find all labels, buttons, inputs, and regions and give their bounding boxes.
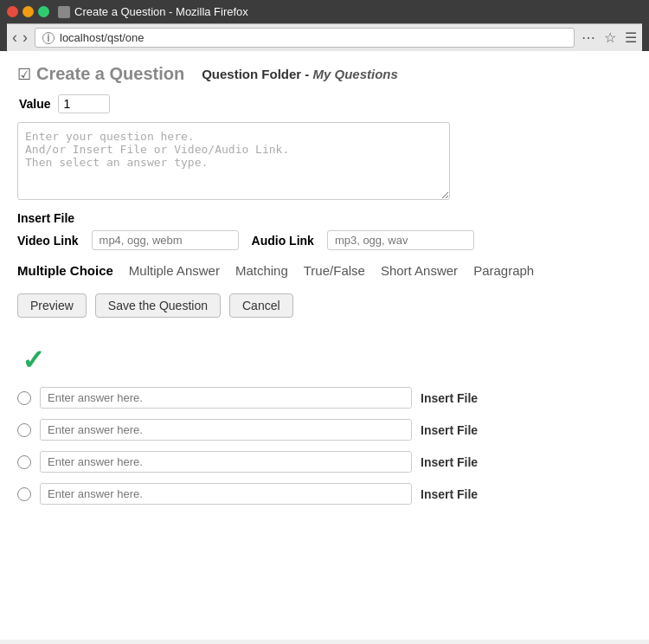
answer-insert-file[interactable]: Insert File [421, 455, 478, 469]
answer-type-multiple-answer[interactable]: Multiple Answer [129, 263, 220, 278]
browser-titlebar: Create a Question - Mozilla Firefox [7, 5, 642, 18]
answer-insert-file[interactable]: Insert File [421, 423, 478, 437]
folder-name: My Questions [313, 67, 398, 81]
page-title-area: ☑ Create a Question [17, 64, 184, 84]
bookmark-icon[interactable]: ☆ [604, 29, 616, 46]
answer-row: Insert File [17, 451, 632, 473]
browser-nav-icons: ‹ › [12, 29, 28, 47]
checkbox-icon: ☑ [17, 65, 31, 84]
video-link-input[interactable] [92, 230, 239, 250]
page-content: ☑ Create a Question Question Folder - My… [0, 51, 649, 640]
answer-input[interactable] [40, 483, 412, 505]
answer-row: Insert File [17, 387, 632, 409]
browser-buttons [7, 6, 49, 17]
browser-title: Create a Question - Mozilla Firefox [74, 5, 248, 18]
answer-type-multiple-choice[interactable]: Multiple Choice [17, 263, 113, 278]
audio-link-label: Audio Link [252, 234, 314, 248]
page-header: ☑ Create a Question Question Folder - My… [17, 64, 632, 84]
answer-types: Multiple Choice Multiple Answer Matching… [17, 263, 632, 278]
info-icon: i [42, 32, 55, 44]
answer-type-short-answer[interactable]: Short Answer [381, 263, 458, 278]
forward-icon[interactable]: › [22, 29, 28, 47]
audio-link-input[interactable] [327, 230, 474, 250]
maximize-button[interactable] [38, 6, 49, 17]
close-button[interactable] [7, 6, 18, 17]
value-input[interactable] [58, 94, 110, 113]
value-label: Value [19, 97, 51, 111]
value-row: Value [19, 94, 632, 113]
save-button[interactable]: Save the Question [95, 293, 221, 318]
correct-answer-check: ✓ [22, 344, 632, 377]
folder-label: Question Folder - My Questions [202, 67, 398, 81]
browser-chrome: Create a Question - Mozilla Firefox ‹ › … [0, 0, 649, 51]
media-links-row: Video Link Audio Link [17, 230, 632, 250]
menu-icon[interactable]: ☰ [625, 29, 637, 46]
answer-row: Insert File [17, 419, 632, 441]
radio-button[interactable] [17, 423, 31, 437]
cancel-button[interactable]: Cancel [229, 293, 293, 318]
preview-button[interactable]: Preview [17, 293, 87, 318]
answer-row: Insert File [17, 483, 632, 505]
back-icon[interactable]: ‹ [12, 29, 17, 47]
url-text: localhost/qst/one [60, 31, 145, 44]
radio-button[interactable] [17, 391, 31, 405]
insert-file-label: Insert File [17, 211, 74, 225]
answer-rows: Insert FileInsert FileInsert FileInsert … [17, 387, 632, 505]
answer-input[interactable] [40, 419, 412, 441]
radio-button[interactable] [17, 487, 31, 501]
action-buttons: Preview Save the Question Cancel [17, 293, 632, 318]
answer-input[interactable] [40, 451, 412, 473]
answer-insert-file[interactable]: Insert File [421, 391, 478, 405]
folder-info: Question Folder - My Questions [202, 67, 398, 81]
answer-type-paragraph[interactable]: Paragraph [473, 263, 534, 278]
answer-input[interactable] [40, 387, 412, 409]
answer-insert-file[interactable]: Insert File [421, 487, 478, 501]
browser-favicon [58, 6, 70, 18]
browser-toolbar: ‹ › i localhost/qst/one ⋯ ☆ ☰ [7, 23, 642, 51]
more-icon[interactable]: ⋯ [582, 29, 595, 46]
page-title: Create a Question [36, 64, 184, 84]
browser-actions: ⋯ ☆ ☰ [582, 29, 637, 46]
video-link-label: Video Link [17, 234, 79, 248]
question-textarea[interactable] [17, 122, 450, 200]
answer-type-matching[interactable]: Matching [235, 263, 288, 278]
answer-type-true-false[interactable]: True/False [304, 263, 365, 278]
minimize-button[interactable] [22, 6, 34, 17]
radio-button[interactable] [17, 455, 31, 469]
address-bar[interactable]: i localhost/qst/one [35, 28, 575, 48]
insert-file-row: Insert File [17, 211, 632, 225]
